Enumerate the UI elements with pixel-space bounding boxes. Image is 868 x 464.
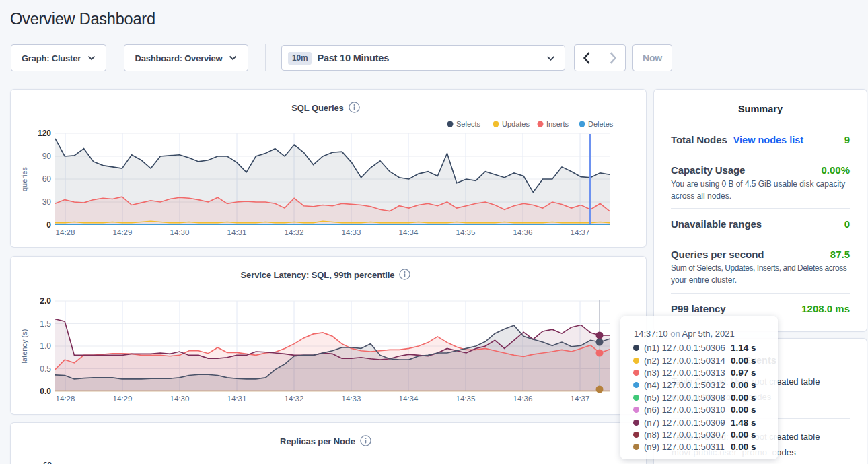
svg-text:60: 60 [42, 174, 52, 184]
svg-text:14:37: 14:37 [571, 395, 590, 403]
svg-text:14:36: 14:36 [513, 395, 533, 403]
svg-text:14:29: 14:29 [113, 395, 133, 403]
svg-text:14:35: 14:35 [456, 395, 476, 403]
svg-text:14:32: 14:32 [285, 228, 304, 236]
svg-text:14:28: 14:28 [56, 228, 75, 236]
svg-text:14:28: 14:28 [56, 395, 75, 403]
svg-text:Deletes: Deletes [588, 120, 614, 128]
svg-text:14:35: 14:35 [456, 228, 476, 236]
svg-text:1.0: 1.0 [40, 341, 51, 351]
svg-text:30: 30 [42, 197, 52, 207]
svg-text:14:30: 14:30 [170, 395, 190, 403]
svg-text:1.5: 1.5 [40, 319, 51, 329]
svg-text:14:34: 14:34 [399, 228, 419, 236]
svg-text:90: 90 [42, 152, 52, 161]
svg-text:latency (s): latency (s) [20, 329, 28, 364]
svg-text:Updates: Updates [502, 120, 530, 128]
svg-text:2.0: 2.0 [40, 296, 51, 306]
svg-text:Selects: Selects [456, 120, 481, 128]
svg-text:14:31: 14:31 [227, 395, 247, 403]
svg-text:14:36: 14:36 [513, 228, 533, 236]
svg-text:14:32: 14:32 [285, 395, 304, 403]
svg-text:0.0: 0.0 [40, 387, 51, 396]
svg-text:120: 120 [38, 129, 51, 138]
svg-text:14:31: 14:31 [227, 228, 247, 236]
svg-text:0.5: 0.5 [40, 364, 51, 374]
svg-text:Inserts: Inserts [546, 120, 569, 128]
svg-text:14:33: 14:33 [342, 228, 361, 236]
svg-text:14:34: 14:34 [399, 395, 419, 403]
svg-text:14:30: 14:30 [170, 228, 190, 236]
svg-text:14:29: 14:29 [113, 228, 133, 236]
svg-text:0: 0 [46, 220, 51, 230]
svg-text:queries: queries [20, 166, 28, 191]
svg-text:14:33: 14:33 [342, 395, 361, 403]
svg-text:14:37: 14:37 [571, 228, 590, 236]
